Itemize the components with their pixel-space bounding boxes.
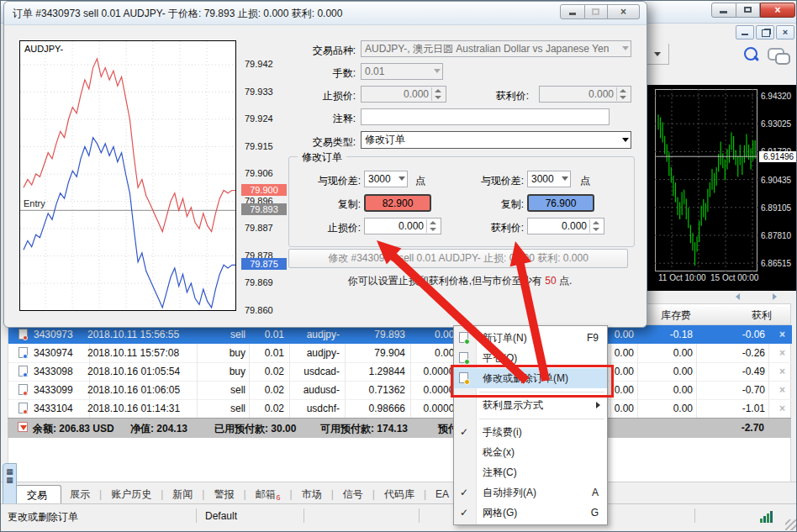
comment-input[interactable]: [361, 108, 610, 125]
menu-item[interactable]: ✓手续费(i): [454, 422, 607, 442]
price-scale-label: 6.89105: [761, 203, 791, 213]
menu-item[interactable]: 获利显示方式: [454, 395, 607, 415]
time-axis-label: 11 Oct 10:00: [658, 273, 706, 282]
cell-order-id: 3430973: [34, 329, 73, 340]
column-separator: [410, 381, 411, 399]
terminal-tab[interactable]: 账户历史: [103, 484, 160, 504]
close-order-icon[interactable]: ×: [779, 384, 785, 396]
stepper-icon[interactable]: [431, 87, 445, 101]
close-order-icon[interactable]: ×: [779, 347, 785, 359]
symbol-select[interactable]: AUDJPY-, 澳元日圆 Australian Dollar vs Japan…: [361, 40, 631, 57]
price-scale-label: 79.869: [245, 277, 273, 287]
chevron-down-icon: [398, 176, 405, 181]
order-row[interactable]: 34330982018.10.16 01:05:54buy0.02usdcad-…: [8, 362, 792, 382]
cell-symbol: usdcad-: [303, 366, 340, 377]
maximize-icon[interactable]: [736, 3, 760, 18]
scroll-left-icon[interactable]: [736, 293, 740, 300]
ask-line: [24, 59, 235, 232]
terminal-tab[interactable]: 邮箱6: [247, 484, 289, 504]
volume-value: 0.01: [365, 66, 384, 77]
chart-window-controls: ×: [736, 25, 794, 40]
menu-item[interactable]: 税金(x): [454, 442, 607, 462]
column-separator: [610, 344, 611, 362]
menu-item[interactable]: 注释(C): [454, 462, 607, 482]
order-row[interactable]: 34309732018.10.11 15:56:55sell0.01audjpy…: [8, 325, 792, 344]
dialog-close-icon[interactable]: ×: [608, 4, 640, 19]
takeprofit-input[interactable]: 0.000: [539, 86, 631, 103]
terminal-tab[interactable]: 代码库: [376, 484, 423, 504]
chart-scroll-controls: [726, 292, 793, 302]
order-row[interactable]: 34331042018.10.16 01:14:31sell0.02usdchf…: [8, 399, 792, 419]
scroll-right-icon[interactable]: [773, 293, 777, 300]
terminal-tab[interactable]: 展示: [61, 484, 98, 504]
bid-price-tag: 79.875: [241, 258, 287, 270]
chart-symbol-label: AUDJPY-: [24, 44, 63, 54]
stoploss-input[interactable]: 0.000: [361, 86, 446, 103]
column-header-profit[interactable]: 获利: [752, 308, 772, 323]
copy-tp-button[interactable]: 76.900: [527, 194, 594, 212]
close-order-icon[interactable]: ×: [779, 403, 785, 414]
chart-restore-icon[interactable]: [756, 25, 774, 40]
dialog-titlebar[interactable]: 订单 #3430973 sell 0.01 AUDJPY- 于价格: 79.89…: [4, 2, 647, 25]
takeprofit-label: 获利价:: [491, 221, 524, 235]
sl-level-select[interactable]: 3000: [364, 171, 408, 187]
tick-chart: Entry AUDJPY-: [19, 40, 236, 311]
toolbar-dropdown-button[interactable]: [647, 44, 669, 65]
column-separator: [696, 344, 697, 362]
terminal-tab[interactable]: 警报: [205, 484, 242, 504]
stepper-icon[interactable]: [616, 87, 630, 101]
copy-sl-button[interactable]: 82.900: [364, 194, 431, 212]
dialog-minimize-icon[interactable]: [560, 4, 585, 19]
cell-lots: 0.02: [265, 366, 284, 377]
terminal-tab[interactable]: 交易: [13, 485, 61, 504]
close-icon[interactable]: ×: [760, 3, 795, 18]
terminal-tab[interactable]: 市场: [293, 484, 330, 504]
menu-item[interactable]: ✓网格(G)G: [454, 503, 607, 523]
close-order-icon: [459, 352, 468, 363]
resize-grip-icon[interactable]: [785, 519, 796, 530]
order-row[interactable]: 34330992018.10.16 01:06:05sell0.02audusd…: [8, 381, 792, 400]
cell-commission: 0.00: [615, 347, 634, 359]
chart-close-icon[interactable]: ×: [776, 25, 794, 40]
menu-item[interactable]: ✓自动排列(A)A: [454, 482, 607, 503]
symbol-value: AUDJPY-, 澳元日圆 Australian Dollar vs Japan…: [365, 43, 609, 55]
terminal-tab[interactable]: 信号: [335, 484, 372, 504]
close-order-icon[interactable]: ×: [779, 366, 785, 377]
column-header-swap[interactable]: 库存费: [661, 308, 691, 323]
chevron-down-icon: [434, 69, 441, 73]
terminal-tab[interactable]: 新闻: [164, 484, 201, 504]
cell-open-time: 2018.10.11 15:57:08: [87, 347, 179, 359]
minimize-icon[interactable]: [711, 3, 736, 18]
arrow-up-icon: [435, 89, 441, 92]
dialog-maximize-icon: [585, 4, 608, 19]
modify-order-button[interactable]: 修改 #3430973 sell 0.01 AUDJPY- 止损: 0.000 …: [288, 249, 628, 268]
tick-chart-canvas: Entry: [20, 41, 235, 310]
status-separator: [694, 508, 695, 523]
modify-takeprofit-input[interactable]: 0.000: [527, 218, 604, 234]
chat-icon[interactable]: [768, 48, 784, 61]
stepper-icon[interactable]: [426, 219, 440, 233]
menu-shortcut: G: [591, 503, 599, 523]
stepper-icon[interactable]: [589, 219, 603, 233]
order-row[interactable]: 34309742018.10.11 15:57:08buy0.01audjpy-…: [8, 344, 792, 363]
close-order-icon[interactable]: ×: [779, 329, 785, 340]
points-label: 点: [580, 174, 590, 188]
tp-level-select[interactable]: 3000: [527, 171, 571, 187]
status-message: 更改或删除订单: [8, 510, 78, 524]
column-separator: [696, 362, 697, 381]
search-icon[interactable]: [744, 47, 757, 61]
modify-stoploss-input[interactable]: 0.000: [364, 218, 441, 234]
column-separator: [637, 381, 638, 399]
order-type-select[interactable]: 修改订单: [361, 131, 631, 149]
volume-select[interactable]: 0.01: [361, 63, 443, 80]
chart-minimize-icon[interactable]: [736, 25, 754, 40]
maximize-glyph: [592, 8, 599, 15]
chevron-down-icon: [562, 176, 568, 181]
takeprofit-label: 获利价:: [496, 89, 529, 103]
cell-swap: 0.00: [673, 366, 693, 377]
menu-item[interactable]: 新订单(N)F9: [454, 328, 607, 348]
column-separator: [768, 399, 769, 418]
price-scale-label: 79.933: [245, 87, 273, 97]
profile-name[interactable]: Default: [205, 510, 237, 522]
terminal-dock-tab[interactable]: ▦▦: [3, 463, 17, 507]
